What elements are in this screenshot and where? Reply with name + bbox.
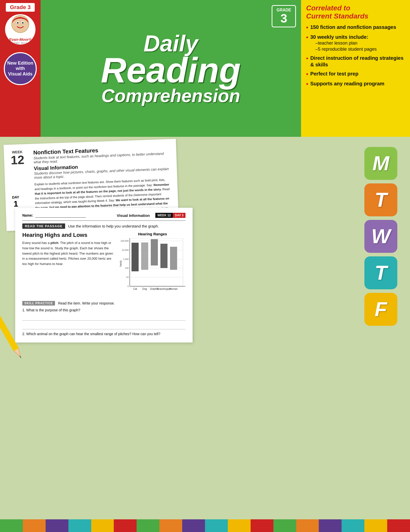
bar-cat (132, 243, 139, 271)
bullet-icon: • (306, 24, 308, 31)
passage-heading: Hearing Highs and Lows (22, 232, 116, 238)
new-edition-badge: New Edition with Visual Aids (4, 52, 37, 85)
svg-text:Human: Human (170, 288, 178, 290)
stripe-segment (23, 519, 46, 532)
svg-text:hertz: hertz (120, 260, 122, 267)
day-box: DAY 1 (12, 195, 20, 209)
day-icon-monday: M (364, 147, 397, 180)
main-content: WEEK 12 Nonfiction Text Features Student… (0, 137, 410, 519)
week-box: WEEK 12 (10, 150, 25, 166)
name-label: Name: (22, 213, 33, 217)
bullet-sub: –teacher lesson plan (315, 40, 377, 46)
answer-line-1b (22, 322, 185, 329)
day-letter-w: W (371, 225, 390, 248)
day-letter-f: F (375, 298, 387, 321)
middle-panel: GRADE 3 Daily Reading Comprehension (41, 0, 301, 137)
stripe-segment (296, 519, 319, 532)
answer-line-1a (22, 314, 185, 321)
day-letter-t1: T (375, 188, 387, 212)
bullet-sub: –5 reproducible student pages (315, 46, 377, 52)
stripe-segment (46, 519, 68, 532)
day-icon-friday: F (364, 293, 397, 326)
stripe-segment (251, 519, 273, 532)
svg-text:Grasshopper: Grasshopper (157, 288, 171, 290)
stripe-segment (387, 519, 410, 532)
week-badge: WEEK 12 (155, 213, 173, 218)
bullet-text: Perfect for test prep (310, 70, 358, 77)
chart-title: Hearing Ranges (120, 232, 185, 236)
bullet-icon: • (306, 55, 308, 62)
stripe-segment (137, 519, 159, 532)
passage-text-col: Hearing Highs and Lows Every sound has a… (22, 232, 116, 297)
top-banner: Grade 3 Evan-Moor® EMC 3613 (0, 0, 410, 137)
bullet-icon: • (306, 70, 308, 78)
bar-dolphin (151, 239, 158, 265)
skill-instruction: Read the item. Write your response. (58, 301, 115, 305)
list-item: • 150 fiction and nonfiction passages (306, 24, 405, 31)
grade-badge: Grade 3 (6, 3, 35, 12)
read-passage-badge: READ THE PASSAGE (22, 223, 65, 229)
svg-text:100,000: 100,000 (120, 240, 129, 242)
passage-container: Hearing Highs and Lows Every sound has a… (22, 232, 185, 297)
list-item: • Perfect for test prep (306, 70, 405, 78)
name-field-row: Name: (22, 213, 86, 218)
bar-grasshopper (160, 244, 167, 268)
grade-box-num: 3 (276, 12, 291, 25)
hearing-ranges-chart: hertz 100,000 10,000 (120, 238, 185, 296)
svg-text:1,000: 1,000 (123, 258, 129, 260)
svg-text:0: 0 (127, 285, 129, 288)
day-label-text: DAY (12, 195, 19, 199)
svg-point-3 (17, 22, 18, 24)
week-day-badge: WEEK 12 DAY 3 (155, 213, 185, 218)
new-edition-text: New Edition with Visual Aids (7, 61, 33, 77)
right-icons: M T W T F (364, 142, 405, 517)
list-item: • Direct instruction of reading strategi… (306, 55, 405, 68)
read-passage-instruction: Use the information to help you understa… (68, 224, 159, 228)
day-badge: DAY 3 (173, 213, 185, 218)
stripe-segment (273, 519, 296, 532)
title-comprehension: Comprehension (101, 87, 240, 105)
list-item: • 30 weekly units include: –teacher less… (306, 34, 405, 52)
left-panel: Grade 3 Evan-Moor® EMC 3613 (0, 0, 41, 137)
svg-text:10,000: 10,000 (122, 249, 129, 251)
student-page: Name: Visual Information WEEK 12 DAY 3 R… (15, 208, 193, 343)
stripe-segment (182, 519, 205, 532)
day-icon-thursday: T (364, 256, 397, 289)
stripe-segment (342, 519, 364, 532)
name-week-row: Name: Visual Information WEEK 12 DAY 3 (22, 213, 185, 218)
svg-point-4 (22, 22, 24, 24)
day-letter-t2: T (375, 261, 387, 284)
svg-text:Dog: Dog (142, 288, 147, 290)
evan-moor-logo: Evan-Moor® EMC 3613 (5, 14, 35, 45)
bullet-text: Supports any reading program (310, 80, 384, 87)
stripe-segment (159, 519, 182, 532)
question-2: 2. Which animal on the graph can hear th… (22, 332, 185, 336)
read-passage-box: READ THE PASSAGE Use the information to … (22, 223, 185, 229)
skill-practice-row: SKILL PRACTICE Read the item. Write your… (22, 301, 185, 306)
day-icon-wednesday: W (364, 220, 397, 253)
bullet-text: Direct instruction of reading strategies… (310, 55, 405, 68)
week-number: 12 (11, 154, 25, 166)
evan-moor-face-icon (9, 14, 32, 37)
list-item: • Supports any reading program (306, 80, 405, 88)
bar-dog (141, 242, 148, 270)
day-number: 1 (12, 199, 20, 209)
stripe-segment (114, 519, 137, 532)
day-letter-m: M (372, 152, 389, 175)
bullet-text: 150 fiction and nonfiction passages (310, 24, 396, 30)
question-1: 1. What is the purpose of this graph? (22, 308, 185, 312)
svg-text:100: 100 (125, 267, 129, 269)
stripe-segment (319, 519, 342, 532)
bullet-text: 30 weekly units include: (310, 34, 368, 40)
stripe-segment (364, 519, 387, 532)
correlated-header: Correlated to Current Standards (306, 4, 405, 20)
visual-info-label: Visual Information (117, 213, 150, 218)
stripe-segment (205, 519, 228, 532)
bottom-stripe (0, 519, 410, 532)
grade-box: GRADE 3 (272, 5, 296, 27)
title-reading: Reading (101, 52, 241, 88)
skill-badge: SKILL PRACTICE (22, 301, 55, 306)
bullet-icon: • (306, 34, 308, 41)
name-underline (35, 213, 86, 218)
stripe-segment (68, 519, 91, 532)
